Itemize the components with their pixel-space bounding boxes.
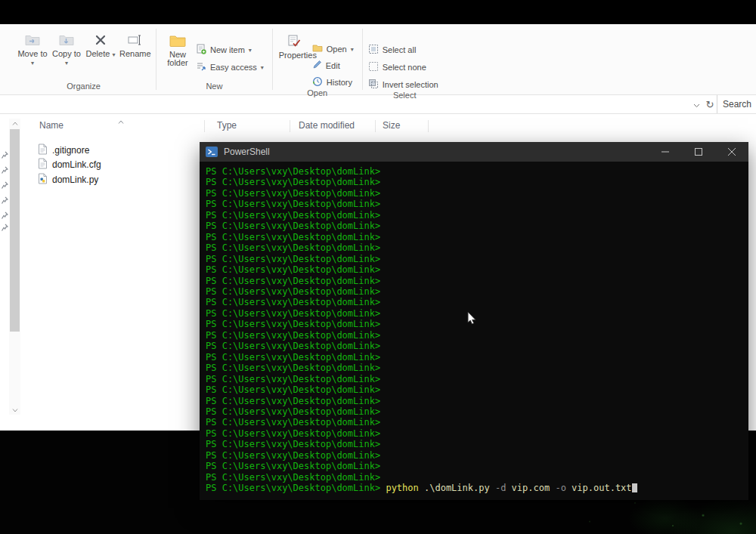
new-item-icon <box>196 44 206 56</box>
powershell-titlebar[interactable]: PowerShell <box>200 142 748 162</box>
terminal-line: PS C:\Users\vxy\Desktop\domLink> <box>206 264 748 275</box>
invert-selection-button[interactable]: Invert selection <box>368 79 438 91</box>
terminal-line: PS C:\Users\vxy\Desktop\domLink> <box>206 384 748 395</box>
terminal-body[interactable]: PS C:\Users\vxy\Desktop\domLink>PS C:\Us… <box>200 162 748 500</box>
column-header-date-modified[interactable]: Date modified <box>299 120 355 131</box>
column-header-type[interactable]: Type <box>217 120 237 131</box>
terminal-command-line: PS C:\Users\vxy\Desktop\domLink> python … <box>206 483 748 493</box>
rename-label: Rename <box>119 49 151 58</box>
pin-icon[interactable] <box>1 164 9 172</box>
invert-selection-icon <box>368 79 379 91</box>
search-box[interactable]: Search <box>717 95 756 113</box>
terminal-line: PS C:\Users\vxy\Desktop\domLink> <box>206 439 748 449</box>
minimize-button[interactable] <box>649 142 682 162</box>
file-row[interactable]: domLink.py <box>30 172 98 187</box>
select-none-button[interactable]: Select none <box>368 61 438 73</box>
file-row[interactable]: domLink.cfg <box>30 157 101 171</box>
select-none-label: Select none <box>383 63 426 72</box>
terminal-line: PS C:\Users\vxy\Desktop\domLink> <box>206 242 748 253</box>
chevron-down-icon <box>693 99 700 110</box>
copy-to-icon <box>59 34 74 48</box>
maximize-button[interactable] <box>682 142 715 162</box>
delete-icon <box>94 34 107 48</box>
edit-button[interactable]: Edit <box>312 60 354 71</box>
ribbon-group-label-select: Select <box>368 91 442 103</box>
screen: Move to ▾ Copy to ▾ Delete ▾ Rename <box>0 0 756 534</box>
terminal-line: PS C:\Users\vxy\Desktop\domLink> <box>206 232 748 242</box>
column-divider[interactable] <box>375 120 376 132</box>
terminal-line: PS C:\Users\vxy\Desktop\domLink> <box>206 188 748 199</box>
file-row[interactable]: .gitignore <box>30 143 89 157</box>
move-to-button[interactable]: Move to ▾ <box>17 32 48 69</box>
select-all-icon <box>368 44 379 56</box>
terminal-line: PS C:\Users\vxy\Desktop\domLink> <box>206 352 748 363</box>
column-divider[interactable] <box>428 120 429 132</box>
pin-icon[interactable] <box>1 221 9 230</box>
column-header-row: Name Type Date modified Size <box>0 117 756 134</box>
column-divider[interactable] <box>204 120 205 132</box>
refresh-icon: ↻ <box>706 99 714 110</box>
scrollbar[interactable] <box>9 119 20 415</box>
ribbon-group-label-new: New <box>162 82 267 94</box>
history-icon <box>312 76 323 88</box>
copy-to-label: Copy to <box>52 49 81 58</box>
history-button[interactable]: History <box>312 76 354 88</box>
open-button[interactable]: Open ▾ <box>312 44 354 54</box>
copy-to-button[interactable]: Copy to ▾ <box>51 32 82 69</box>
chevron-down-icon: ▾ <box>112 51 115 58</box>
ribbon-group-label-organize: Organize <box>17 82 150 94</box>
scrollbar-thumb[interactable] <box>10 129 20 332</box>
easy-access-button[interactable]: Easy access ▾ <box>196 61 264 73</box>
scroll-down-icon[interactable] <box>9 406 20 415</box>
terminal-line: PS C:\Users\vxy\Desktop\domLink> <box>206 341 748 351</box>
terminal-line: PS C:\Users\vxy\Desktop\domLink> <box>206 363 748 373</box>
column-header-size[interactable]: Size <box>383 120 400 131</box>
column-header-name[interactable]: Name <box>39 120 64 131</box>
terminal-line: PS C:\Users\vxy\Desktop\domLink> <box>206 396 748 406</box>
close-button[interactable] <box>715 142 748 162</box>
select-all-button[interactable]: Select all <box>368 44 438 56</box>
terminal-line: PS C:\Users\vxy\Desktop\domLink> <box>206 254 748 264</box>
mouse-cursor <box>467 311 477 329</box>
column-divider[interactable] <box>290 120 290 132</box>
terminal-line: PS C:\Users\vxy\Desktop\domLink> <box>206 406 748 417</box>
ribbon-group-open: Properties Open ▾ Edit <box>278 24 357 94</box>
rename-button[interactable]: Rename <box>119 32 150 60</box>
terminal-line: PS C:\Users\vxy\Desktop\domLink> <box>206 330 748 341</box>
refresh-button[interactable]: ↻ <box>703 95 717 113</box>
pin-icon[interactable] <box>1 179 9 187</box>
open-icon <box>312 44 323 54</box>
easy-access-icon <box>196 61 206 73</box>
terminal-line: PS C:\Users\vxy\Desktop\domLink> <box>206 319 748 329</box>
pin-icon[interactable] <box>1 194 9 202</box>
terminal-line: PS C:\Users\vxy\Desktop\domLink> <box>206 374 748 384</box>
address-dropdown-button[interactable] <box>689 95 703 113</box>
terminal-line: PS C:\Users\vxy\Desktop\domLink> <box>206 461 748 471</box>
properties-button[interactable]: Properties <box>278 32 310 61</box>
delete-button[interactable]: Delete ▾ <box>85 32 116 60</box>
terminal-line: PS C:\Users\vxy\Desktop\domLink> <box>206 221 748 231</box>
new-folder-button[interactable]: New folder <box>162 32 194 69</box>
invert-selection-label: Invert selection <box>383 80 438 89</box>
terminal-line: PS C:\Users\vxy\Desktop\domLink> <box>206 286 748 297</box>
terminal-line: PS C:\Users\vxy\Desktop\domLink> <box>206 166 748 177</box>
ribbon-group-select: Select all Select none Invert selection … <box>368 24 442 94</box>
move-to-label: Move to <box>17 49 47 58</box>
pin-icon[interactable] <box>1 209 9 218</box>
ribbon-separator <box>156 29 156 90</box>
search-label: Search <box>723 99 751 110</box>
edit-icon <box>312 60 322 71</box>
terminal-line: PS C:\Users\vxy\Desktop\domLink> <box>206 177 748 187</box>
chevron-down-icon: ▾ <box>65 60 68 66</box>
ribbon-group-organize: Move to ▾ Copy to ▾ Delete ▾ Rename <box>17 24 150 94</box>
text-file-icon <box>38 144 48 157</box>
rename-icon <box>128 34 141 48</box>
pin-icon[interactable] <box>1 149 9 157</box>
easy-access-label: Easy access <box>210 63 257 72</box>
chevron-down-icon: ▾ <box>249 47 252 54</box>
terminal-line: PS C:\Users\vxy\Desktop\domLink> <box>206 276 748 286</box>
sort-ascending-icon <box>118 116 124 126</box>
terminal-cursor <box>632 483 637 492</box>
new-item-button[interactable]: New item ▾ <box>196 44 264 56</box>
delete-label: Delete <box>86 49 110 58</box>
